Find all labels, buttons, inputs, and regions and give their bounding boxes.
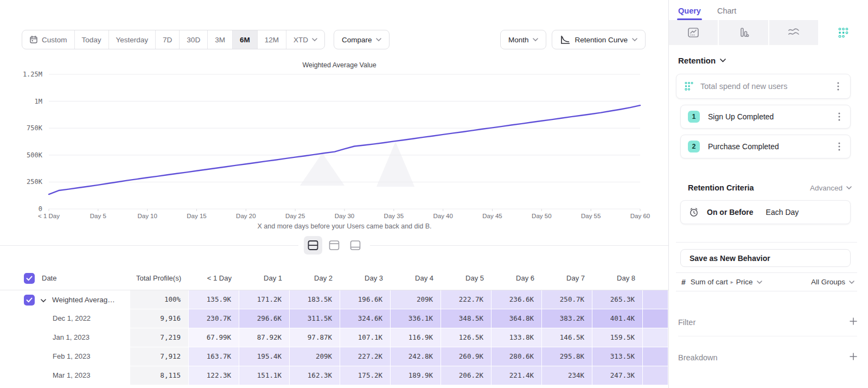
range-xtd-button[interactable]: XTD <box>286 30 324 49</box>
range-30d-button[interactable]: 30D <box>180 30 208 49</box>
retention-chart[interactable]: 0250K500K750K1M1.25M< 1 DayDay 5Day 10Da… <box>0 71 668 233</box>
table-cell[interactable]: 364.8K <box>492 309 542 328</box>
table-cell[interactable]: 383.2K <box>542 309 592 328</box>
table-cell[interactable]: 260.9K <box>441 347 492 366</box>
table-cell[interactable]: 133.8K <box>492 328 542 347</box>
table-cell[interactable]: 401.4K <box>592 309 643 328</box>
table-cell[interactable]: 221.4K <box>492 366 542 385</box>
tab-query[interactable]: Query <box>678 7 701 20</box>
layout-split-even-button[interactable] <box>304 236 322 255</box>
table-cell[interactable]: 126.5K <box>441 328 492 347</box>
range-custom-button[interactable]: Custom <box>22 30 75 49</box>
table-cell[interactable]: 296.6K <box>239 309 290 328</box>
row-checkbox[interactable] <box>24 295 35 306</box>
criteria-card[interactable]: On or Before Each Day <box>680 200 851 224</box>
table-cell[interactable]: 336.1K <box>391 309 441 328</box>
report-type-funnels-button[interactable] <box>719 20 769 45</box>
table-cell[interactable]: 206.2K <box>441 366 492 385</box>
column-header-day-2[interactable]: Day 2 <box>290 274 340 282</box>
table-cell[interactable]: 247.3K <box>592 366 643 385</box>
step-card-sign-up-completed[interactable]: 1Sign Up Completed <box>680 105 851 129</box>
table-cell[interactable]: 135.9K <box>189 290 239 309</box>
table-cell[interactable]: 234K <box>542 366 592 385</box>
measure-event-dropdown[interactable]: Sum of cart ▸ Price <box>691 278 762 286</box>
column-header-day-8[interactable]: Day 8 <box>592 274 643 282</box>
table-cell[interactable]: 189.9K <box>391 366 441 385</box>
table-cell[interactable]: 87.92K <box>239 328 290 347</box>
table-cell[interactable]: 236.6K <box>492 290 542 309</box>
range-today-button[interactable]: Today <box>75 30 109 49</box>
column-header-day-5[interactable]: Day 5 <box>441 274 492 282</box>
table-cell[interactable]: 107.1K <box>340 328 391 347</box>
table-cell[interactable]: 171.2K <box>239 290 290 309</box>
table-cell[interactable]: 280.6K <box>492 347 542 366</box>
add-filter-button[interactable] <box>850 317 857 327</box>
step-menu-button[interactable] <box>833 110 846 123</box>
report-type-flows-button[interactable] <box>769 20 819 45</box>
compare-button[interactable]: Compare <box>334 30 390 49</box>
table-row[interactable]: Dec 1, 20229,916230.7K296.6K311.5K324.6K… <box>0 309 668 328</box>
column-header-day-7[interactable]: Day 7 <box>542 274 592 282</box>
report-type-insights-button[interactable] <box>669 20 719 45</box>
table-cell[interactable]: 116.9K <box>391 328 441 347</box>
step-menu-button[interactable] <box>833 140 846 153</box>
range-3m-button[interactable]: 3M <box>208 30 233 49</box>
table-cell[interactable]: 222.7K <box>441 290 492 309</box>
layout-chart-focus-button[interactable] <box>346 236 365 255</box>
column-header--1-day[interactable]: < 1 Day <box>189 274 239 282</box>
table-cell[interactable]: 183.5K <box>290 290 340 309</box>
criteria-condition[interactable]: On or Before <box>707 208 754 217</box>
column-header-total-profile-s-[interactable]: Total Profile(s) <box>130 274 189 282</box>
criteria-mode-dropdown[interactable]: Advanced <box>810 184 852 192</box>
select-all-checkbox[interactable] <box>24 273 35 284</box>
table-cell[interactable]: 265.3K <box>592 290 643 309</box>
range-12m-button[interactable]: 12M <box>258 30 286 49</box>
table-cell[interactable]: 196.6K <box>340 290 391 309</box>
table-cell[interactable]: 242.8K <box>391 347 441 366</box>
tab-chart[interactable]: Chart <box>717 7 736 20</box>
table-row[interactable]: Mar 1, 20238,115122.3K151.1K162.3K175.2K… <box>0 366 668 385</box>
column-header-day-4[interactable]: Day 4 <box>391 274 441 282</box>
column-header-date[interactable]: Date <box>0 273 130 284</box>
table-cell[interactable]: 151.1K <box>239 366 290 385</box>
groups-dropdown[interactable]: All Groups <box>811 278 854 286</box>
behavior-card[interactable]: Total spend of new users <box>676 74 851 99</box>
table-cell[interactable]: 163.7K <box>189 347 239 366</box>
table-cell[interactable]: 311.5K <box>290 309 340 328</box>
column-header-day-6[interactable]: Day 6 <box>492 274 542 282</box>
table-cell[interactable]: 313.5K <box>592 347 643 366</box>
table-row[interactable]: Feb 1, 20237,912163.7K195.4K209K227.2K24… <box>0 347 668 366</box>
table-cell[interactable]: 122.3K <box>189 366 239 385</box>
criteria-window[interactable]: Each Day <box>766 208 799 217</box>
table-cell[interactable]: 324.6K <box>340 309 391 328</box>
retention-line-series[interactable] <box>49 105 640 194</box>
table-cell[interactable]: 295.8K <box>542 347 592 366</box>
table-row[interactable]: Jan 1, 20237,21967.99K87.92K97.87K107.1K… <box>0 328 668 347</box>
table-row[interactable]: Weighted Average ...100%135.9K171.2K183.… <box>0 290 668 309</box>
table-cell[interactable]: 162.3K <box>290 366 340 385</box>
chart-type-dropdown[interactable]: Retention Curve <box>552 30 646 49</box>
range-yesterday-button[interactable]: Yesterday <box>109 30 156 49</box>
table-cell[interactable]: 230.7K <box>189 309 239 328</box>
add-breakdown-button[interactable] <box>850 353 857 362</box>
layout-table-focus-button[interactable] <box>325 236 343 255</box>
column-header-day-1[interactable]: Day 1 <box>239 274 290 282</box>
table-cell[interactable]: 175.2K <box>340 366 391 385</box>
range-7d-button[interactable]: 7D <box>156 30 180 49</box>
table-cell[interactable]: 97.87K <box>290 328 340 347</box>
legend-swatch[interactable] <box>292 62 298 68</box>
table-cell[interactable]: 67.99K <box>189 328 239 347</box>
behavior-menu-button[interactable] <box>832 80 845 93</box>
table-cell[interactable]: 227.2K <box>340 347 391 366</box>
retention-section-header[interactable]: Retention <box>678 56 868 65</box>
table-cell[interactable]: 195.4K <box>239 347 290 366</box>
report-type-retention-button[interactable] <box>819 20 868 45</box>
table-cell[interactable]: 146.5K <box>542 328 592 347</box>
column-header-day-3[interactable]: Day 3 <box>340 274 391 282</box>
granularity-dropdown[interactable]: Month <box>500 30 547 49</box>
expand-chevron-icon[interactable] <box>41 296 46 304</box>
table-cell[interactable]: 348.5K <box>441 309 492 328</box>
table-cell[interactable]: 250.7K <box>542 290 592 309</box>
legend-label[interactable]: Weighted Average Value <box>302 61 376 69</box>
step-card-purchase-completed[interactable]: 2Purchase Completed <box>680 135 851 158</box>
